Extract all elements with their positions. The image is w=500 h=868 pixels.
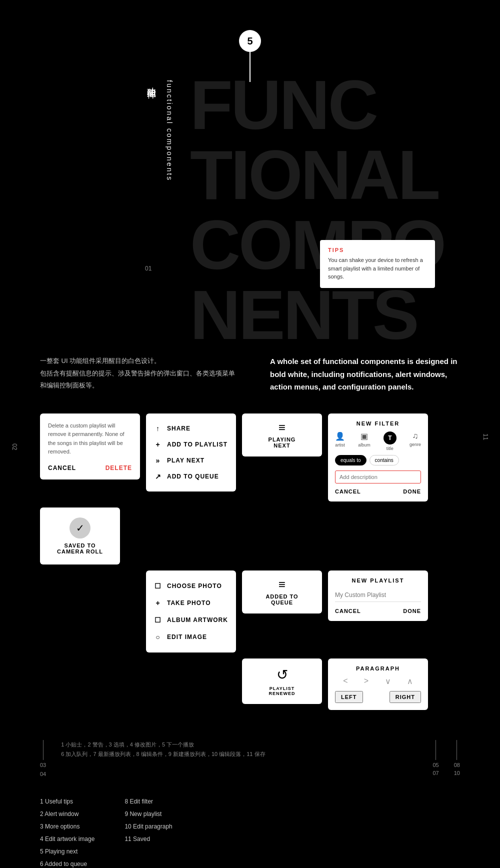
- cards-flex-row-2: ☐ CHOOSE PHOTO + TAKE PHOTO ☐ ALBUM ARTW…: [40, 570, 460, 652]
- playing-icon: ≡: [278, 422, 286, 434]
- tips-card-area: TIPS You can shake your device to refres…: [320, 230, 435, 298]
- filter-icons-row: 👤 artist ▣ album T title ♫ genre: [335, 432, 421, 451]
- bottom-section: 03 04 1 小贴士，2 警告，3 选填，4 修改图片，5 下一个播放 6 加…: [0, 720, 500, 777]
- play-next-icon: »: [154, 456, 162, 464]
- add-queue-icon: ↗: [154, 472, 162, 480]
- right-bottom: 05 07 08 10: [433, 740, 460, 777]
- filter-btn-row: CANCEL DONE: [335, 488, 421, 494]
- big-bg-text: FUNC TIONAL COMPO NENTS: [190, 70, 444, 350]
- intro-section: 一整套 UI 功能组件采用醒目的白色设计。 包括含有提醒信息的提示、涉及警告操作…: [0, 325, 500, 414]
- action-play-next[interactable]: » PLAY NEXT: [154, 452, 228, 468]
- paragraph-title: PARAGRAPH: [335, 666, 421, 672]
- left-bottom: 03 04 1 小贴士，2 警告，3 选填，4 修改图片，5 下一个播放 6 加…: [40, 740, 266, 777]
- playlist-done-button[interactable]: DONE: [403, 608, 421, 614]
- paragraph-align-row: LEFT RIGHT: [335, 691, 421, 703]
- components-row-1: 02 11 Delete a custom playlist will remo…: [0, 414, 500, 720]
- cards-flex-row-3: ↺ PLAYLISTRENEWED PARAGRAPH < > ∨ ∧ LEFT…: [40, 658, 460, 710]
- photo-edit[interactable]: ○ EDIT IMAGE: [154, 628, 228, 646]
- legend-2: 2 Alert window: [40, 810, 94, 819]
- tips-card: TIPS You can shake your device to refres…: [320, 240, 435, 288]
- legend-10: 10 Edit paragraph: [124, 822, 172, 832]
- legend-3: 3 More options: [40, 822, 94, 832]
- num-07: 07: [433, 770, 439, 776]
- choose-photo-label: CHOOSE PHOTO: [167, 582, 222, 590]
- num-04: 04: [40, 771, 46, 777]
- share-label: SHARE: [167, 425, 190, 432]
- filter-tag-equals[interactable]: equals to: [335, 455, 366, 466]
- take-photo-label: TAKE PHOTO: [167, 600, 211, 606]
- artist-icon: 👤: [335, 432, 345, 441]
- filter-icon-genre[interactable]: ♫ genre: [410, 432, 421, 451]
- filter-cancel-button[interactable]: CANCEL: [335, 488, 361, 494]
- legend-4: 4 Edit artwork image: [40, 834, 94, 844]
- photo-menu-card: ☐ CHOOSE PHOTO + TAKE PHOTO ☐ ALBUM ARTW…: [146, 570, 236, 652]
- add-playlist-label: ADD TO PLAYLIST: [167, 441, 228, 448]
- legend-5: 5 Playing next: [40, 847, 94, 856]
- delete-button[interactable]: DELETE: [106, 464, 132, 472]
- alert-btn-row: CANCEL DELETE: [48, 464, 132, 472]
- en-title: functional components: [166, 80, 174, 182]
- edit-image-icon: ○: [154, 633, 162, 641]
- edit-image-label: EDIT IMAGE: [167, 634, 207, 640]
- legend-area: 1 Useful tips 2 Alert window 3 More opti…: [0, 777, 500, 868]
- cancel-button[interactable]: CANCEL: [48, 464, 76, 472]
- filter-icon-title[interactable]: T title: [384, 432, 396, 451]
- saved-check-icon: ✓: [70, 518, 90, 538]
- new-playlist-card: NEW PLAYLIST CANCEL DONE: [328, 570, 428, 621]
- num-05: 05: [433, 762, 439, 768]
- filter-tag-contains[interactable]: contains: [370, 455, 399, 466]
- num-08: 08: [454, 762, 460, 768]
- photo-take[interactable]: + TAKE PHOTO: [154, 594, 228, 612]
- side-num-11: 11: [482, 434, 489, 440]
- genre-label: genre: [410, 442, 421, 447]
- filter-icon-album[interactable]: ▣ album: [358, 432, 370, 451]
- playlist-renewed-card: ↺ PLAYLISTRENEWED: [242, 658, 322, 704]
- filter-done-button[interactable]: DONE: [403, 488, 421, 494]
- album-artwork-icon: ☐: [154, 616, 162, 624]
- paragraph-card: PARAGRAPH < > ∨ ∧ LEFT RIGHT: [328, 658, 428, 710]
- align-left-button[interactable]: LEFT: [335, 691, 363, 703]
- cards-flex-row: Delete a custom playlist will remove it …: [40, 414, 460, 564]
- vline-05: [436, 740, 436, 760]
- arrow-up[interactable]: ∧: [407, 676, 413, 686]
- legend-col-right: 8 Edit filter 9 New playlist 10 Edit par…: [124, 797, 172, 868]
- new-filter-card: NEW FILTER 👤 artist ▣ album T title ♫ ge…: [328, 414, 428, 502]
- title-icon: T: [384, 432, 396, 444]
- queue-icon: ≡: [278, 578, 286, 590]
- tips-label: TIPS: [328, 247, 427, 253]
- delete-alert-card: Delete a custom playlist will remove it …: [40, 414, 140, 480]
- cn-notes: 1 小贴士，2 警告，3 选填，4 修改图片，5 下一个播放 6 加入队列，7 …: [61, 740, 265, 777]
- paragraph-arrows: < > ∨ ∧: [335, 676, 421, 686]
- album-icon: ▣: [360, 432, 368, 441]
- filter-title: NEW FILTER: [335, 420, 421, 426]
- step-03-04: 03 04: [40, 740, 46, 777]
- add-playlist-icon: +: [154, 440, 162, 448]
- renewed-label: PLAYLISTRENEWED: [268, 686, 295, 696]
- photo-choose[interactable]: ☐ CHOOSE PHOTO: [154, 578, 228, 594]
- alert-text: Delete a custom playlist will remove it …: [48, 422, 132, 456]
- legend-9: 9 New playlist: [124, 810, 172, 819]
- album-label: album: [358, 442, 370, 448]
- playlist-cancel-button[interactable]: CANCEL: [335, 608, 361, 614]
- genre-icon: ♫: [412, 432, 418, 440]
- arrow-down[interactable]: ∨: [385, 676, 391, 686]
- choose-photo-icon: ☐: [154, 582, 162, 590]
- filter-description-input[interactable]: [335, 470, 421, 484]
- intro-cn: 一整套 UI 功能组件采用醒目的白色设计。 包括含有提醒信息的提示、涉及警告操作…: [40, 355, 240, 394]
- action-share[interactable]: ↑ SHARE: [154, 420, 228, 436]
- filter-tags-row: equals to contains: [335, 455, 421, 466]
- align-right-button[interactable]: RIGHT: [390, 691, 421, 703]
- filter-icon-artist[interactable]: 👤 artist: [335, 432, 345, 451]
- action-add-queue[interactable]: ↗ ADD TO QUEUE: [154, 468, 228, 484]
- playlist-name-input[interactable]: [335, 588, 421, 602]
- arrow-right[interactable]: >: [364, 676, 368, 686]
- share-icon: ↑: [154, 424, 162, 432]
- photo-album[interactable]: ☐ ALBUM ARTWORK: [154, 612, 228, 628]
- side-num-02: 02: [11, 444, 18, 450]
- saved-camera-roll-card: ✓ SAVED TOCAMERA ROLL: [40, 508, 120, 564]
- action-add-playlist[interactable]: + ADD TO PLAYLIST: [154, 436, 228, 452]
- add-queue-label: ADD TO QUEUE: [167, 473, 219, 480]
- action-menu-card: ↑ SHARE + ADD TO PLAYLIST » PLAY NEXT ↗ …: [146, 414, 236, 492]
- arrow-left[interactable]: <: [343, 676, 348, 686]
- queue-label: ADDED TOQUEUE: [266, 594, 298, 606]
